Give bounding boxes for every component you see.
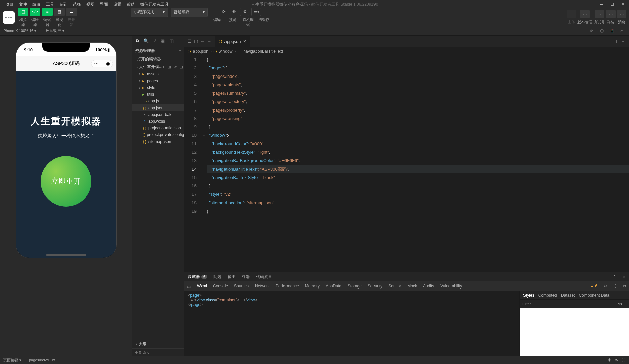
devtools-tab[interactable]: Mock bbox=[407, 284, 417, 289]
tree-file[interactable]: ▫app.json.bak bbox=[132, 111, 184, 118]
new-folder-icon[interactable]: ⊞ bbox=[168, 65, 171, 69]
tab-close-icon[interactable]: ✕ bbox=[243, 39, 246, 44]
mode-select[interactable]: 小程序模式▾ bbox=[131, 8, 168, 17]
close-button[interactable]: ✕ bbox=[620, 2, 626, 7]
compile-button[interactable]: ⟳ bbox=[220, 8, 228, 16]
devtools-tab[interactable]: Console bbox=[213, 284, 228, 289]
outline-section[interactable]: › 大纲 bbox=[132, 340, 184, 348]
bug-icon[interactable]: 🕷 bbox=[608, 358, 611, 362]
styles-tab[interactable]: Component Data bbox=[579, 293, 609, 298]
tree-folder[interactable]: ›▸assets bbox=[132, 71, 184, 78]
remote-debug-button[interactable]: ⚙ bbox=[240, 8, 249, 16]
forward-icon[interactable]: → bbox=[207, 39, 211, 44]
devtools-tab[interactable]: Wxml bbox=[197, 284, 207, 289]
cut-icon[interactable]: ✂ bbox=[620, 29, 626, 33]
warning-count[interactable]: ⚠ 0 bbox=[143, 350, 149, 355]
tree-file[interactable]: JSapp.js bbox=[132, 98, 184, 104]
expand-icon[interactable]: ⛶ bbox=[622, 358, 626, 362]
debug-tab-terminal[interactable]: 终端 bbox=[242, 274, 250, 280]
debug-tab-output[interactable]: 输出 bbox=[228, 274, 236, 280]
eye-icon[interactable]: 👁 bbox=[615, 358, 619, 362]
tree-file[interactable]: { }project.config.json bbox=[132, 125, 184, 131]
toolbar-right-btn[interactable]: ⬚ bbox=[606, 10, 616, 18]
maximize-button[interactable]: ☐ bbox=[609, 2, 616, 7]
open-editors-section[interactable]: ›打开的编辑器 bbox=[132, 55, 184, 63]
refresh-tree-icon[interactable]: ⟳ bbox=[174, 65, 177, 69]
inspect-icon[interactable]: ⬚ bbox=[187, 284, 191, 289]
error-count[interactable]: ⊘ 0 bbox=[135, 350, 141, 355]
more-tab-icon[interactable]: ⋯ bbox=[622, 39, 626, 44]
toolbar-right-btn[interactable]: ⬚ bbox=[617, 10, 626, 18]
page-path-label[interactable]: 页面路径 ▾ bbox=[3, 358, 21, 363]
devtools-tab[interactable]: AppData bbox=[326, 284, 341, 289]
restart-button[interactable]: 立即重开 bbox=[41, 156, 91, 207]
hot-reload-toggle[interactable]: 热重载 开 ▾ bbox=[46, 28, 64, 33]
back-icon[interactable]: ← bbox=[201, 39, 205, 44]
more-dev-icon[interactable]: ⋮ bbox=[613, 284, 617, 289]
simulator-toggle[interactable]: ◫ bbox=[18, 8, 28, 16]
warning-badge[interactable]: ▲ 6 bbox=[590, 284, 597, 289]
devtools-tab[interactable]: Vulnerability bbox=[440, 284, 462, 289]
stop-icon[interactable]: ◯ bbox=[600, 29, 606, 33]
clear-cache-button[interactable]: ☰▾ bbox=[251, 8, 261, 16]
debug-tab-quality[interactable]: 代码质量 bbox=[256, 274, 272, 280]
tab-app-json[interactable]: { } app.json ✕ bbox=[215, 36, 250, 47]
minimize-button[interactable]: ─ bbox=[598, 2, 605, 7]
toolbar-right-btn[interactable]: ⬚ bbox=[580, 10, 590, 18]
debugger-toggle[interactable]: ≡ bbox=[42, 8, 53, 16]
toolbar-right-btn[interactable]: ⬚ bbox=[567, 10, 576, 18]
devtools-tab[interactable]: Performance bbox=[276, 284, 299, 289]
wxml-tree[interactable]: <page> ▸ <view class="container">…</view… bbox=[184, 291, 519, 356]
menu-item[interactable]: 设置 bbox=[111, 0, 124, 9]
menu-toggle-icon[interactable]: ☰ bbox=[188, 39, 191, 44]
breadcrumb[interactable]: { } app.json› { } window› ▭ navigationBa… bbox=[184, 47, 629, 55]
styles-tab[interactable]: Computed bbox=[538, 293, 557, 298]
devtools-tab[interactable]: Sensor bbox=[388, 284, 401, 289]
compile-select[interactable]: 普通编译▾ bbox=[171, 8, 208, 17]
styles-filter-input[interactable] bbox=[522, 302, 614, 306]
search-icon[interactable]: 🔍 bbox=[143, 38, 149, 43]
settings-icon[interactable]: ⚙ bbox=[603, 284, 607, 289]
nav-capsule[interactable]: ⋯ ◉ bbox=[91, 60, 113, 67]
dock-icon[interactable]: ⧉ bbox=[623, 284, 626, 289]
tree-folder[interactable]: ›▸style bbox=[132, 84, 184, 91]
more-icon[interactable]: ⋯ bbox=[177, 48, 181, 53]
tree-folder[interactable]: ›▸pages bbox=[132, 78, 184, 84]
new-file-icon[interactable]: + bbox=[162, 65, 165, 69]
debug-tab-problems[interactable]: 问题 bbox=[213, 274, 221, 280]
cloud-toggle[interactable]: ☁ bbox=[66, 8, 77, 16]
device-select[interactable]: iPhone X 100% 16 ▾ bbox=[3, 29, 36, 33]
styles-tab[interactable]: Styles bbox=[523, 293, 534, 298]
tree-folder[interactable]: ›▸utils bbox=[132, 91, 184, 98]
menu-item[interactable]: 项目 bbox=[3, 0, 16, 9]
shapes-icon[interactable]: ◫ bbox=[170, 38, 174, 43]
menu-item[interactable]: 界面 bbox=[97, 0, 111, 9]
code-editor[interactable]: 12345678910111213141516171819 ⌄⌄ { "page… bbox=[184, 55, 629, 272]
add-style-icon[interactable]: + bbox=[624, 302, 626, 306]
git-icon[interactable]: ⑂ bbox=[153, 38, 156, 43]
tree-file[interactable]: { }sitemap.json bbox=[132, 138, 184, 145]
save-icon[interactable]: ▢ bbox=[194, 39, 198, 44]
ext-icon[interactable]: ▦ bbox=[161, 38, 165, 43]
preview-button[interactable]: 👁 bbox=[230, 8, 238, 16]
devtools-tab[interactable]: Security bbox=[368, 284, 382, 289]
menu-item[interactable]: 视图 bbox=[84, 0, 97, 9]
devtools-tab[interactable]: Audits bbox=[423, 284, 434, 289]
refresh-icon[interactable]: ⟳ bbox=[590, 29, 596, 33]
debug-tab-debugger[interactable]: 调试器 6 bbox=[188, 274, 207, 282]
tree-file[interactable]: #app.wxss bbox=[132, 118, 184, 125]
tree-file[interactable]: { }project.private.config.js... bbox=[132, 131, 184, 138]
editor-toggle[interactable]: </> bbox=[30, 8, 40, 16]
files-icon[interactable]: ⧉ bbox=[136, 38, 139, 43]
project-section[interactable]: ⌄人生重开模... + ⊞ ⟳ ⊟ bbox=[132, 63, 184, 71]
split-icon[interactable]: ◫ bbox=[615, 39, 618, 44]
devtools-tab[interactable]: Memory bbox=[305, 284, 320, 289]
rotate-icon[interactable]: 📱 bbox=[610, 29, 616, 33]
devtools-tab[interactable]: Network bbox=[255, 284, 270, 289]
tree-file[interactable]: { }app.json bbox=[132, 104, 184, 111]
toolbar-right-btn[interactable]: ⬚ bbox=[595, 10, 604, 18]
close-debug-icon[interactable]: ✕ bbox=[622, 274, 626, 279]
copy-icon[interactable]: ⧉ bbox=[52, 358, 55, 362]
cls-button[interactable]: .cls bbox=[616, 302, 622, 306]
target-icon[interactable]: ◉ bbox=[106, 61, 110, 66]
